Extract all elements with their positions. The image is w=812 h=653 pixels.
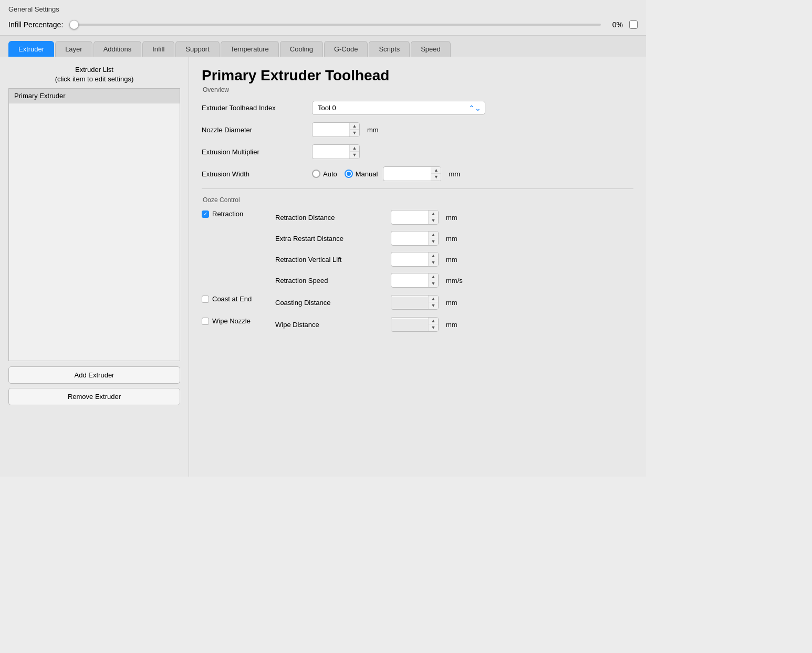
tab-extruder[interactable]: Extruder	[8, 41, 54, 57]
retraction-speed-btns: ▲ ▼	[428, 273, 438, 287]
retraction-distance-input[interactable]: 2,00	[391, 212, 428, 224]
tab-gcode[interactable]: G-Code	[324, 41, 368, 57]
nozzle-diameter-input[interactable]: 0,80	[313, 124, 349, 136]
wipe-checkbox[interactable]	[202, 318, 209, 325]
wipe-distance-row: Wipe Distance 2,00 ▲ ▼ mm	[275, 317, 457, 332]
coasting-distance-down[interactable]: ▼	[429, 302, 438, 309]
retraction-vertical-input[interactable]: 0,00	[391, 254, 428, 266]
wipe-distance-label: Wipe Distance	[275, 321, 386, 329]
infill-checkbox[interactable]	[629, 20, 638, 29]
extrusion-width-manual-option[interactable]: Manual	[345, 170, 378, 178]
coasting-distance-btns: ▲ ▼	[428, 296, 438, 309]
extra-restart-down[interactable]: ▼	[429, 238, 438, 245]
infill-slider[interactable]	[69, 24, 601, 26]
retraction-distance-up[interactable]: ▲	[429, 210, 438, 217]
nozzle-diameter-up[interactable]: ▲	[350, 123, 359, 130]
retraction-check-label: Retraction	[202, 210, 270, 218]
tab-infill[interactable]: Infill	[142, 41, 174, 57]
retraction-speed-down[interactable]: ▼	[429, 280, 438, 287]
extrusion-multiplier-input[interactable]: 1,00	[313, 146, 349, 158]
extrusion-width-spinner: 1,00 ▲ ▼	[383, 166, 441, 181]
retraction-distance-row: Retraction Distance 2,00 ▲ ▼ mm	[275, 210, 463, 225]
tab-speed[interactable]: Speed	[411, 41, 451, 57]
tab-support[interactable]: Support	[175, 41, 220, 57]
main-content: Extruder List (click item to edit settin…	[0, 57, 646, 477]
extrusion-width-input[interactable]: 1,00	[383, 168, 431, 180]
retraction-vertical-up[interactable]: ▲	[429, 252, 438, 259]
retraction-speed-row: Retraction Speed 70,0 ▲ ▼ mm/s	[275, 273, 463, 288]
extra-restart-btns: ▲ ▼	[428, 231, 438, 245]
retraction-label: Retraction	[212, 210, 243, 218]
infill-row: Infill Percentage: 0%	[8, 18, 638, 31]
coast-label: Coast at End	[212, 295, 252, 303]
extrusion-width-radio-group: Auto Manual	[312, 170, 378, 178]
wipe-fields: Wipe Distance 2,00 ▲ ▼ mm	[275, 317, 457, 332]
retraction-vertical-row: Retraction Vertical Lift 0,00 ▲ ▼ mm	[275, 252, 463, 267]
retraction-vertical-spinner: 0,00 ▲ ▼	[391, 252, 439, 267]
toolhead-index-select[interactable]: Tool 0 Tool 1 Tool 2	[312, 101, 485, 115]
coasting-distance-input[interactable]: 0,00	[391, 297, 428, 309]
tab-cooling[interactable]: Cooling	[280, 41, 323, 57]
retraction-distance-unit: mm	[446, 214, 457, 222]
toolhead-index-select-wrapper: Tool 0 Tool 1 Tool 2 ⌃⌄	[312, 101, 485, 115]
coast-fields: Coasting Distance 0,00 ▲ ▼ mm	[275, 295, 457, 310]
extrusion-width-spinner-btns: ▲ ▼	[431, 167, 441, 181]
tab-temperature[interactable]: Temperature	[221, 41, 279, 57]
wipe-distance-down[interactable]: ▼	[429, 324, 438, 331]
retraction-speed-up[interactable]: ▲	[429, 273, 438, 280]
wipe-label: Wipe Nozzle	[212, 317, 251, 325]
nozzle-diameter-down[interactable]: ▼	[350, 130, 359, 136]
tab-additions[interactable]: Additions	[93, 41, 141, 57]
extruder-list-item[interactable]: Primary Extruder	[9, 89, 180, 103]
coast-at-end-row: Coast at End Coasting Distance 0,00 ▲ ▼ …	[202, 295, 633, 310]
nozzle-diameter-spinner-btns: ▲ ▼	[349, 123, 359, 136]
wipe-distance-spinner: 2,00 ▲ ▼	[391, 317, 439, 332]
window-title: General Settings	[8, 5, 638, 13]
extrusion-width-auto-option[interactable]: Auto	[312, 170, 337, 178]
wipe-distance-input[interactable]: 2,00	[391, 319, 428, 331]
retraction-speed-label: Retraction Speed	[275, 277, 386, 285]
extra-restart-input[interactable]: 0,00	[391, 233, 428, 245]
extrusion-width-auto-radio[interactable]	[312, 170, 320, 178]
coast-checkbox[interactable]	[202, 296, 209, 303]
extra-restart-spinner: 0,00 ▲ ▼	[391, 231, 439, 246]
retraction-fields: Retraction Distance 2,00 ▲ ▼ mm Extra Re…	[275, 210, 463, 288]
retraction-distance-down[interactable]: ▼	[429, 217, 438, 224]
retraction-row: Retraction Retraction Distance 2,00 ▲ ▼ …	[202, 210, 633, 288]
wipe-distance-up[interactable]: ▲	[429, 318, 438, 324]
coasting-distance-up[interactable]: ▲	[429, 296, 438, 302]
retraction-speed-input[interactable]: 70,0	[391, 275, 428, 287]
sidebar-buttons: Add Extruder Remove Extruder	[8, 366, 180, 405]
remove-extruder-button[interactable]: Remove Extruder	[8, 388, 180, 405]
coasting-distance-unit: mm	[446, 299, 457, 307]
ooze-divider	[202, 188, 633, 189]
extrusion-width-manual-radio[interactable]	[345, 170, 353, 178]
extra-restart-up[interactable]: ▲	[429, 231, 438, 238]
coasting-distance-spinner: 0,00 ▲ ▼	[391, 295, 439, 310]
nozzle-diameter-spinner: 0,80 ▲ ▼	[312, 122, 360, 137]
retraction-distance-btns: ▲ ▼	[428, 210, 438, 224]
extrusion-width-auto-label: Auto	[323, 170, 337, 178]
extrusion-width-down[interactable]: ▼	[431, 174, 441, 181]
wipe-nozzle-row: Wipe Nozzle Wipe Distance 2,00 ▲ ▼ mm	[202, 317, 633, 332]
tab-scripts[interactable]: Scripts	[369, 41, 410, 57]
infill-percent: 0%	[607, 20, 623, 29]
retraction-speed-unit: mm/s	[446, 277, 463, 285]
retraction-vertical-unit: mm	[446, 256, 457, 264]
retraction-vertical-down[interactable]: ▼	[429, 259, 438, 266]
toolhead-index-label: Extruder Toolhead Index	[202, 104, 307, 112]
infill-label: Infill Percentage:	[8, 20, 63, 29]
retraction-checkbox[interactable]	[202, 210, 209, 218]
extra-restart-unit: mm	[446, 235, 457, 243]
add-extruder-button[interactable]: Add Extruder	[8, 366, 180, 384]
extrusion-width-manual-label: Manual	[356, 170, 378, 178]
extrusion-width-row: Extrusion Width Auto Manual 1,00 ▲ ▼ mm	[202, 166, 633, 181]
tab-layer[interactable]: Layer	[55, 41, 92, 57]
extrusion-multiplier-up[interactable]: ▲	[350, 145, 359, 152]
extrusion-multiplier-down[interactable]: ▼	[350, 152, 359, 159]
coast-check-label: Coast at End	[202, 295, 270, 303]
extrusion-width-up[interactable]: ▲	[431, 167, 441, 174]
toolhead-index-row: Extruder Toolhead Index Tool 0 Tool 1 To…	[202, 101, 633, 115]
wipe-distance-unit: mm	[446, 321, 457, 329]
coasting-distance-row: Coasting Distance 0,00 ▲ ▼ mm	[275, 295, 457, 310]
